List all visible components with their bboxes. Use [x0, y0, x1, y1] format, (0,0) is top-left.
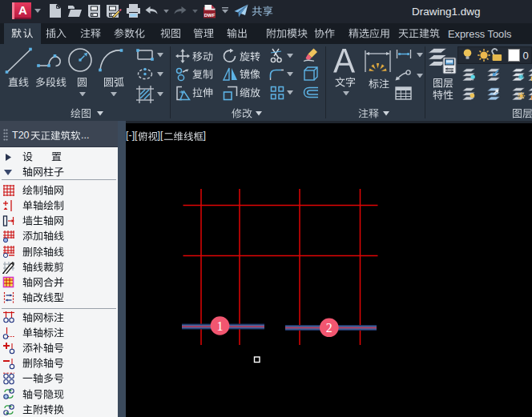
svg-text:DWF: DWF: [204, 13, 216, 18]
svg-text:2: 2: [326, 321, 332, 335]
svg-text:1: 1: [217, 319, 224, 333]
